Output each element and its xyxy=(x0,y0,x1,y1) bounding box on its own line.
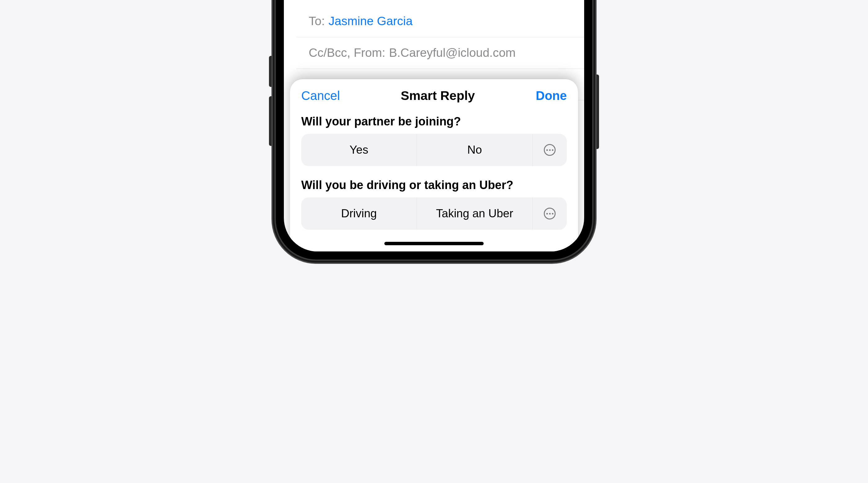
question-transport: Will you be driving or taking an Uber? xyxy=(301,179,567,192)
phone-screen: To: Jasmine Garcia Cc/Bcc, From: B.Carey… xyxy=(284,0,584,251)
to-label: To: xyxy=(309,14,325,29)
option-uber[interactable]: Taking an Uber xyxy=(417,198,533,230)
option-more-transport[interactable] xyxy=(533,198,567,230)
options-partner: Yes No xyxy=(301,134,567,166)
to-field-row[interactable]: To: Jasmine Garcia xyxy=(296,6,584,37)
ellipsis-icon xyxy=(544,208,556,219)
power-button xyxy=(596,74,599,149)
done-button[interactable]: Done xyxy=(536,89,567,103)
option-driving[interactable]: Driving xyxy=(301,198,417,230)
volume-down-button xyxy=(269,96,272,146)
smart-reply-sheet: Cancel Smart Reply Done Will your partne… xyxy=(290,79,578,251)
option-more-partner[interactable] xyxy=(533,134,567,166)
option-no[interactable]: No xyxy=(417,134,533,166)
options-transport: Driving Taking an Uber xyxy=(301,198,567,230)
ccbcc-from-row[interactable]: Cc/Bcc, From: B.Careyful@icloud.com xyxy=(296,37,584,69)
sheet-header: Cancel Smart Reply Done xyxy=(301,88,567,103)
mail-compose-screen: To: Jasmine Garcia Cc/Bcc, From: B.Carey… xyxy=(284,0,584,251)
home-indicator[interactable] xyxy=(384,242,484,245)
cancel-button[interactable]: Cancel xyxy=(301,89,340,103)
to-recipient[interactable]: Jasmine Garcia xyxy=(329,14,412,29)
ccbcc-from-label: Cc/Bcc, From: xyxy=(309,45,385,61)
option-yes[interactable]: Yes xyxy=(301,134,417,166)
ellipsis-icon xyxy=(544,144,556,156)
phone-frame: To: Jasmine Garcia Cc/Bcc, From: B.Carey… xyxy=(276,0,592,260)
volume-up-button xyxy=(269,56,272,87)
from-address: B.Careyful@icloud.com xyxy=(389,45,516,61)
question-partner: Will your partner be joining? xyxy=(301,115,567,128)
sheet-title: Smart Reply xyxy=(401,88,475,103)
